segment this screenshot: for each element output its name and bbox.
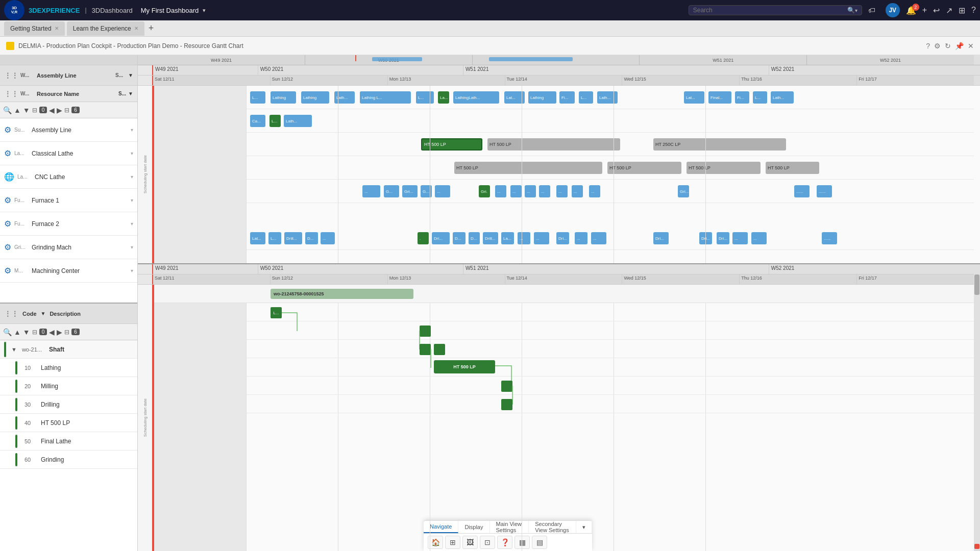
bar-furnace2-13[interactable]: Gri... [678, 185, 689, 197]
bar-furnace2-14[interactable]: ...... [794, 185, 810, 197]
toolbar-help-button[interactable]: ❓ [497, 536, 512, 549]
bar-wo-drilling2[interactable] [434, 344, 445, 355]
pin-button[interactable]: 📌 [955, 42, 964, 50]
bar-mc-8[interactable]: D... [469, 232, 480, 244]
notification-icon[interactable]: 🔔 2 [906, 6, 916, 15]
next-page-resource[interactable]: ▶ [57, 106, 62, 114]
prev-page-resource[interactable]: ◀ [49, 106, 55, 114]
bar-furnace1-2[interactable]: HT 500 LP [607, 162, 681, 174]
dots-handle[interactable]: ⋮⋮ [4, 90, 18, 98]
bar-assembly-7[interactable]: LathingLath... [453, 91, 499, 104]
bar-wo-lathing[interactable]: L... [271, 307, 282, 318]
bar-assembly-11[interactable]: L... [579, 91, 593, 104]
bar-mc-15[interactable]: ... [591, 232, 606, 244]
bar-ht500lp-highlight[interactable]: HT 500 LP [421, 138, 482, 151]
search-resources-button[interactable]: 🔍 [3, 106, 12, 114]
bar-mc-7[interactable]: D... [453, 232, 465, 244]
bar-assembly-14[interactable]: Final... [708, 91, 731, 104]
bar-assembly-1[interactable]: L... [250, 91, 265, 104]
prev-wo-button[interactable]: ▲ [14, 328, 21, 336]
help-icon[interactable]: ? [971, 6, 976, 15]
expand-icon[interactable]: ▼ [11, 346, 17, 353]
wo-child-grinding[interactable]: 60 Grinding [0, 450, 137, 469]
resource-row-assembly[interactable]: ⚙ Su... Assembly Line ▾ [0, 118, 137, 142]
bar-mc-2[interactable]: L... [268, 232, 281, 244]
bar-wo-drilling1[interactable] [420, 344, 431, 355]
bar-furnace2-1[interactable]: ... [362, 185, 380, 197]
wo-child-ht500lp[interactable]: 40 HT 500 LP [0, 414, 137, 432]
wo-child-lathing[interactable]: 10 Lathing [0, 359, 137, 377]
bar-assembly-2[interactable]: Lathing [271, 91, 296, 104]
scrollbar-thumb[interactable] [974, 274, 979, 295]
sort-icon[interactable]: ▼ [128, 72, 133, 78]
wo-group-shaft[interactable]: ▼ wo-21... Shaft [0, 340, 137, 359]
bar-assembly-10[interactable]: Fi... [559, 91, 575, 104]
bar-mc-11[interactable]: ... [518, 232, 530, 244]
bar-furnace2-15[interactable]: ...... [817, 185, 832, 197]
toolbar-tab-navigate[interactable]: Navigate [424, 521, 458, 533]
toolbar-image-button[interactable]: 🖼 [462, 536, 478, 549]
bar-assembly-5[interactable]: Lathing L... [360, 91, 411, 104]
expand-icon[interactable]: ▾ [131, 197, 133, 203]
add-icon[interactable]: + [922, 6, 927, 15]
expand-icon[interactable]: ▾ [131, 174, 133, 180]
bar-mc-4[interactable]: D... [305, 232, 318, 244]
bar-assembly-17[interactable]: Lath... [771, 91, 794, 104]
bar-mc-14[interactable]: ... [575, 232, 587, 244]
resource-row-grinding[interactable]: ⚙ Gri... Grinding Mach ▾ [0, 236, 137, 259]
bar-furnace2-7[interactable]: ... [510, 185, 522, 197]
bar-cl-1[interactable]: Ca... [250, 115, 265, 127]
bar-mc-16[interactable]: Dri... [653, 232, 669, 244]
right-scrollbar[interactable] [974, 264, 980, 551]
tab-close-icon[interactable]: ✕ [55, 26, 59, 31]
apps-icon[interactable]: ⊞ [959, 6, 965, 15]
bar-mc-green[interactable]: . [418, 232, 429, 244]
expand-icon[interactable]: ▾ [131, 127, 133, 133]
toolbar-table2-button[interactable]: ▤ [532, 536, 547, 549]
bar-ht500lp-gray1[interactable]: HT 500 LP [487, 138, 620, 151]
bar-mc-3[interactable]: Drill... [284, 232, 302, 244]
history-icon[interactable]: ↩ [933, 6, 940, 15]
toolbar-grid-button[interactable]: ⊞ [445, 536, 460, 549]
bar-mc-13[interactable]: Dri... [556, 232, 569, 244]
expand-icon[interactable]: ▾ [131, 221, 133, 227]
bar-assembly-green[interactable]: La... [438, 91, 449, 104]
dashboard-dropdown[interactable]: ▾ [203, 7, 206, 14]
toolbar-tab-secondary-view[interactable]: Secondary View Settings [529, 521, 576, 533]
expand-icon[interactable]: ▾ [131, 244, 133, 250]
bar-cl-2[interactable]: Lath... [284, 115, 312, 127]
sort-icon[interactable]: ▼ [41, 311, 46, 316]
search-input[interactable] [693, 7, 847, 14]
bar-cl-green[interactable]: L... [270, 115, 281, 127]
tags-icon[interactable]: 🏷 [868, 6, 875, 14]
bar-mc-19[interactable]: ... [732, 232, 748, 244]
bar-assembly-12[interactable]: Lath... [597, 91, 618, 104]
bar-wo-ht500lp[interactable]: HT 500 LP [434, 360, 495, 373]
bar-furnace2-12[interactable]: ... [589, 185, 600, 197]
bar-mc-21[interactable]: ...... [822, 232, 837, 244]
add-tab-button[interactable]: + [149, 23, 154, 34]
bar-assembly-16[interactable]: L... [753, 91, 767, 104]
bar-mc-10[interactable]: La... [501, 232, 514, 244]
bar-furnace2-green[interactable]: Gri. [479, 185, 490, 197]
bar-furnace2-10[interactable]: ... [556, 185, 568, 197]
toolbar-tab-main-view[interactable]: Main View Settings [490, 521, 529, 533]
bar-assembly-15[interactable]: Fi... [735, 91, 749, 104]
bar-assembly-6[interactable]: L... [416, 91, 434, 104]
bar-furnace2-9[interactable]: ... [539, 185, 550, 197]
refresh-button[interactable]: ↻ [945, 42, 951, 50]
tab-close-icon[interactable]: ✕ [134, 26, 138, 31]
toolbar-tab-display[interactable]: Display [458, 521, 489, 533]
wo-child-milling[interactable]: 20 Milling [0, 377, 137, 395]
expand-icon[interactable]: ▾ [131, 151, 133, 156]
wo-child-drilling[interactable]: 30 Drilling [0, 395, 137, 414]
bar-mc-12[interactable]: ... [534, 232, 549, 244]
wo-id-bar[interactable]: wo-21245758-00001525 [271, 289, 413, 299]
toolbar-table1-button[interactable]: ▦ [514, 536, 530, 549]
search-wo-button[interactable]: 🔍 [3, 328, 12, 336]
bar-assembly-9[interactable]: Lathing [528, 91, 556, 104]
search-dropdown-icon[interactable]: ▾ [855, 8, 857, 13]
col-drag-handle[interactable]: ⋮⋮ [4, 310, 18, 318]
avatar[interactable]: JV [886, 3, 900, 17]
tab-learn[interactable]: Learn the Experience ✕ [67, 21, 144, 36]
